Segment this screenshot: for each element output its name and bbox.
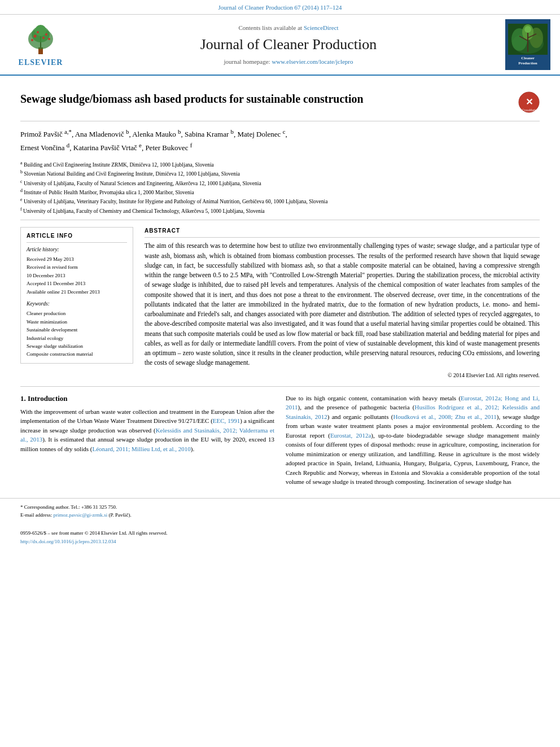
lower-section: 1. Introduction With the improvement of … (0, 394, 560, 498)
article-info-title: ARTICLE INFO (27, 232, 127, 243)
authors-section: Primož Pavšič a,*, Ana Mladenovič b, Ale… (20, 121, 540, 156)
doi-link[interactable]: http://dx.doi.org/10.1016/j.jclepro.2013… (20, 539, 116, 544)
ref-eec[interactable]: EEC, 1991 (213, 417, 240, 424)
ref-leonard[interactable]: Léonard, 2011; Millieu Ltd, et al., 2010 (92, 445, 190, 452)
keywords-section: Keywords: Cleaner production Waste minim… (27, 300, 127, 359)
page-wrapper: Journal of Cleaner Production 67 (2014) … (0, 0, 560, 548)
journal-logo-image (508, 24, 548, 55)
email-link[interactable]: primoz.pavsic@gi-zrmk.si (53, 512, 107, 518)
svg-point-5 (34, 34, 37, 37)
col-right: ABSTRACT The aim of this research was to… (145, 227, 540, 379)
affiliation-c: c University of Ljubljana, Faculty of Na… (20, 178, 540, 187)
crossmark-badge[interactable]: ✕ CrossMark (518, 91, 540, 116)
elsevier-brand-text: ELSEVIER (19, 57, 63, 68)
header-right: CleanerProduction (502, 19, 553, 70)
abstract-section: ABSTRACT The aim of this research was to… (145, 227, 540, 379)
ref-houdkova[interactable]: Houdková et al., 2008; Zhu et al., 2011 (393, 413, 496, 420)
issn-line: 0959-6526/$ – see front matter © 2014 El… (20, 529, 540, 537)
copyright-line: © 2014 Elsevier Ltd. All rights reserved… (145, 372, 540, 379)
header-left: ELSEVIER (7, 19, 75, 70)
svg-point-6 (45, 33, 47, 36)
received-date: Received 29 May 2013 (27, 256, 127, 264)
intro-right-text: Due to its high organic content, contami… (286, 394, 540, 487)
affiliation-e: e University of Ljubljana, Veterinary Fa… (20, 196, 540, 206)
svg-point-9 (31, 39, 33, 41)
journal-title-header: Journal of Cleaner Production (200, 34, 377, 55)
svg-point-16 (524, 26, 531, 33)
abstract-text: The aim of this research was to determin… (145, 241, 540, 368)
svg-point-10 (48, 38, 50, 40)
doi-line: http://dx.doi.org/10.1016/j.jclepro.2013… (20, 538, 540, 545)
keyword-1: Cleaner production (27, 309, 127, 317)
intro-heading: 1. Introduction (20, 394, 274, 404)
sciencedirect-link[interactable]: ScienceDirect (304, 24, 339, 31)
article-title-section: Sewage sludge/biomass ash based products… (20, 82, 540, 121)
corresponding-author-note: * Corresponding author. Tel.: +386 31 32… (20, 503, 540, 511)
keywords-label: Keywords: (27, 300, 127, 308)
journal-citation: Journal of Cleaner Production 67 (2014) … (218, 4, 342, 11)
intro-left-text: With the improvement of urban waste wate… (20, 407, 274, 454)
affiliation-d: d Institute of Public Health Maribor, Pr… (20, 187, 540, 196)
article-title: Sewage sludge/biomass ash based products… (20, 91, 364, 106)
svg-point-8 (42, 37, 45, 39)
ref-eurostat2[interactable]: Eurostat, 2012a (330, 432, 371, 439)
body-col-left: 1. Introduction With the improvement of … (20, 394, 274, 487)
journal-homepage-line: journal homepage: www.elsevier.com/locat… (224, 58, 353, 66)
affiliation-a: a Building and Civil Engineering Institu… (20, 160, 540, 169)
received-revised-date: 10 December 2013 (27, 272, 127, 280)
keyword-3: Sustainable development (27, 326, 127, 334)
two-col-layout: ARTICLE INFO Article history: Received 2… (20, 220, 540, 379)
svg-text:✕: ✕ (526, 97, 533, 107)
email-note: E-mail address: primoz.pavsic@gi-zrmk.si… (20, 511, 540, 519)
keyword-4: Industrial ecology (27, 334, 127, 342)
accepted-date: Accepted 11 December 2013 (27, 280, 127, 288)
received-revised-label: Received in revised form (27, 264, 127, 272)
journal-logo-box: CleanerProduction (505, 19, 550, 70)
article-content: Sewage sludge/biomass ash based products… (0, 76, 560, 379)
keyword-6: Composite construction material (27, 350, 127, 358)
section-divider (20, 386, 540, 387)
journal-logo-box-text: CleanerProduction (518, 56, 537, 66)
homepage-url[interactable]: www.elsevier.com/locate/jclepro (272, 58, 353, 65)
journal-top-bar: Journal of Cleaner Production 67 (2014) … (0, 0, 560, 15)
sciencedirect-line: Contents lists available at ScienceDirec… (238, 24, 338, 32)
history-label: Article history: (27, 246, 127, 254)
abstract-title: ABSTRACT (145, 227, 540, 238)
header-area: ELSEVIER Contents lists available at Sci… (0, 15, 560, 76)
keyword-2: Waste minimization (27, 318, 127, 326)
header-center: Contents lists available at ScienceDirec… (80, 19, 497, 70)
affiliation-b: b Slovenian National Building and Civil … (20, 169, 540, 178)
affiliation-f: f University of Ljubljana, Faculty of Ch… (20, 206, 540, 215)
svg-point-4 (35, 25, 46, 36)
affiliations-section: a Building and Civil Engineering Institu… (20, 156, 540, 220)
body-two-col: 1. Introduction With the improvement of … (20, 394, 540, 487)
article-info-box: ARTICLE INFO Article history: Received 2… (20, 227, 133, 363)
svg-text:CrossMark: CrossMark (522, 108, 536, 112)
elsevier-tree-icon (18, 22, 63, 56)
ref-kelessidis[interactable]: Kelessidis and Stasinakis, 2012; Valderr… (20, 427, 274, 443)
col-left: ARTICLE INFO Article history: Received 2… (20, 227, 133, 379)
body-col-right: Due to its high organic content, contami… (286, 394, 540, 487)
elsevier-logo: ELSEVIER (18, 22, 63, 68)
svg-point-7 (37, 31, 39, 33)
footnote-area: * Corresponding author. Tel.: +386 31 32… (0, 498, 560, 548)
available-date: Available online 21 December 2013 (27, 289, 127, 296)
keyword-5: Sewage sludge stabilization (27, 342, 127, 350)
authors-line: Primož Pavšič a,*, Ana Mladenovič b, Ale… (20, 127, 540, 154)
